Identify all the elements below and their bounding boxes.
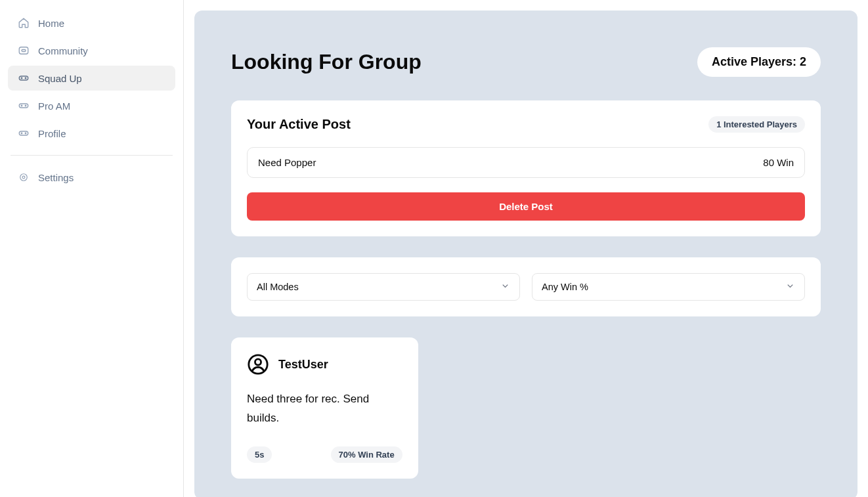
chevron-down-icon	[500, 281, 510, 293]
sidebar: Home Community Squad Up Pro AM Profile	[0, 0, 184, 497]
gamepad-icon	[17, 72, 30, 85]
post-mode-chip: 5s	[247, 446, 272, 463]
post-footer: 5s 70% Win Rate	[247, 446, 402, 463]
posts-grid: TestUser Need three for rec. Send builds…	[231, 337, 821, 479]
home-icon	[17, 16, 30, 30]
sidebar-item-home[interactable]: Home	[8, 11, 175, 35]
sidebar-item-label: Community	[38, 45, 88, 56]
sidebar-item-squad-up[interactable]: Squad Up	[8, 66, 175, 91]
svg-point-6	[21, 105, 22, 106]
svg-point-9	[21, 133, 22, 134]
post-user-name: TestUser	[278, 358, 328, 372]
svg-point-12	[22, 176, 25, 179]
sidebar-item-label: Home	[38, 18, 64, 29]
card-header: Your Active Post 1 Interested Players	[247, 116, 805, 133]
interested-pill: 1 Interested Players	[708, 116, 805, 133]
svg-point-11	[20, 174, 28, 181]
sidebar-divider	[11, 155, 173, 156]
active-post-text: Need Popper	[258, 157, 316, 168]
sidebar-item-community[interactable]: Community	[8, 38, 175, 63]
sidebar-item-pro-am[interactable]: Pro AM	[8, 93, 175, 118]
post-winrate-chip: 70% Win Rate	[331, 446, 402, 463]
active-post-title: Your Active Post	[247, 117, 351, 132]
active-players-pill: Active Players: 2	[697, 47, 821, 77]
gamepad-icon	[17, 127, 30, 140]
post-user-row: TestUser	[247, 353, 402, 376]
header-row: Looking For Group Active Players: 2	[231, 47, 821, 77]
svg-point-3	[21, 77, 22, 79]
svg-rect-2	[19, 76, 28, 80]
square-icon	[17, 44, 30, 57]
svg-rect-0	[19, 47, 28, 54]
mode-select-value: All Modes	[257, 282, 299, 292]
post-card[interactable]: TestUser Need three for rec. Send builds…	[231, 337, 418, 479]
active-post-row[interactable]: Need Popper 80 Win	[247, 147, 805, 178]
delete-post-button[interactable]: Delete Post	[247, 192, 805, 221]
sidebar-item-label: Profile	[38, 128, 66, 139]
page-title: Looking For Group	[231, 50, 422, 74]
svg-rect-1	[22, 50, 26, 52]
win-select-value: Any Win %	[542, 282, 588, 292]
sidebar-item-label: Squad Up	[38, 73, 82, 84]
post-body: Need three for rec. Send builds.	[247, 390, 402, 428]
sidebar-item-profile[interactable]: Profile	[8, 121, 175, 146]
active-post-card: Your Active Post 1 Interested Players Ne…	[231, 100, 821, 236]
content-container: Looking For Group Active Players: 2 Your…	[194, 11, 857, 497]
active-post-win: 80 Win	[763, 157, 794, 168]
user-avatar-icon	[247, 353, 269, 376]
svg-point-14	[255, 359, 261, 365]
gear-icon	[17, 171, 30, 184]
gamepad-icon	[17, 99, 30, 112]
main: Looking For Group Active Players: 2 Your…	[184, 0, 868, 497]
sidebar-item-label: Pro AM	[38, 100, 70, 112]
chevron-down-icon	[785, 281, 795, 293]
sidebar-item-label: Settings	[38, 172, 74, 183]
svg-point-7	[25, 105, 26, 106]
svg-rect-5	[19, 104, 28, 108]
filters-card: All Modes Any Win %	[231, 257, 821, 316]
win-select[interactable]: Any Win %	[532, 273, 805, 301]
sidebar-item-settings[interactable]: Settings	[8, 165, 175, 190]
svg-point-10	[25, 133, 26, 134]
svg-point-4	[25, 77, 26, 79]
mode-select[interactable]: All Modes	[247, 273, 520, 301]
svg-rect-8	[19, 131, 28, 135]
